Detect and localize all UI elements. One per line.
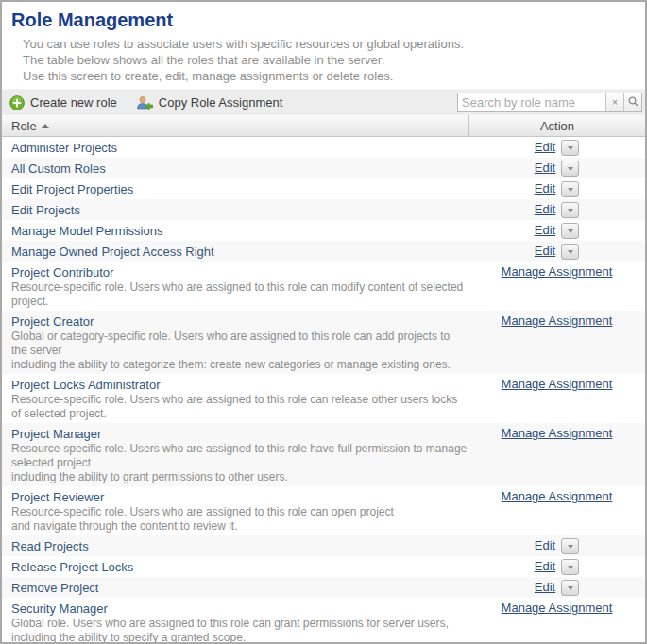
action-cell: Edit <box>468 137 645 158</box>
create-new-role-label: Create new role <box>30 95 117 110</box>
role-management-page: Role Management You can use roles to ass… <box>0 0 647 644</box>
description-line: The table below shows all the roles that… <box>23 52 636 68</box>
role-cell: Remove Project <box>2 577 468 598</box>
edit-dropdown-button[interactable] <box>561 140 579 156</box>
edit-link[interactable]: Edit <box>535 181 555 195</box>
clear-search-button[interactable]: × <box>605 93 623 111</box>
edit-link[interactable]: Edit <box>535 580 555 594</box>
page-description: You can use roles to associate users wit… <box>23 36 636 84</box>
role-column-label: Role <box>11 119 37 133</box>
copy-role-assignment-icon <box>136 95 153 110</box>
edit-link[interactable]: Edit <box>535 202 555 216</box>
action-cell: Edit <box>468 178 645 199</box>
role-name: Manage Model Permissions <box>11 224 162 238</box>
toolbar: Create new role Copy Role Assignment × <box>2 89 645 115</box>
chevron-down-icon <box>568 146 573 150</box>
sort-ascending-icon <box>42 124 49 128</box>
role-name: Project Contributor <box>11 265 113 280</box>
search-input[interactable] <box>458 93 605 111</box>
chevron-down-icon <box>568 586 573 590</box>
table-row: Read ProjectsEdit <box>2 535 645 556</box>
manage-assignment-link[interactable]: Manage Assignment <box>502 377 613 391</box>
action-cell: Edit <box>468 199 645 220</box>
edit-link[interactable]: Edit <box>535 559 555 573</box>
table-row: Project CreatorGlobal or category-specif… <box>2 311 645 374</box>
edit-link[interactable]: Edit <box>535 244 555 258</box>
edit-dropdown-button[interactable] <box>561 538 579 554</box>
table-row: Project ManagerResource-specific role. U… <box>2 423 645 486</box>
table-header: Role Action <box>2 115 645 137</box>
description-line: Use this screen to create, edit, manage … <box>23 68 636 84</box>
action-cell: Edit <box>468 556 645 577</box>
action-cell: Manage Assignment <box>468 374 645 423</box>
manage-assignment-link[interactable]: Manage Assignment <box>502 314 613 328</box>
role-description: Resource-specific role. Users who are as… <box>11 280 468 309</box>
chevron-down-icon <box>568 188 573 192</box>
manage-assignment-link[interactable]: Manage Assignment <box>502 489 613 503</box>
search-button[interactable] <box>623 93 641 111</box>
table-row: Manage Owned Project Access RightEdit <box>2 241 645 262</box>
role-cell: Project ContributorResource-specific rol… <box>2 262 468 311</box>
clear-icon: × <box>612 97 618 108</box>
manage-assignment-link[interactable]: Manage Assignment <box>502 426 613 440</box>
edit-link[interactable]: Edit <box>535 161 555 175</box>
chevron-down-icon <box>568 167 573 171</box>
role-name: Remove Project <box>11 581 98 595</box>
role-cell: Project CreatorGlobal or category-specif… <box>2 311 468 374</box>
role-cell: Project ReviewerResource-specific role. … <box>2 486 468 535</box>
role-cell: Project ManagerResource-specific role. U… <box>2 423 468 486</box>
action-cell: Edit <box>468 577 645 598</box>
table-row: Edit ProjectsEdit <box>2 199 645 220</box>
role-name: Edit Project Properties <box>11 182 133 196</box>
table-row: Project ContributorResource-specific rol… <box>2 262 645 311</box>
edit-dropdown-button[interactable] <box>561 559 579 575</box>
action-cell: Edit <box>468 158 645 178</box>
role-name: Release Project Locks <box>11 560 133 574</box>
action-column-label: Action <box>540 119 574 133</box>
table-row: All Custom RolesEdit <box>2 158 645 178</box>
action-cell: Manage Assignment <box>468 262 645 311</box>
edit-link[interactable]: Edit <box>535 140 555 154</box>
edit-dropdown-button[interactable] <box>561 244 579 260</box>
role-name: All Custom Roles <box>11 161 106 176</box>
role-cell: Read Projects <box>2 535 468 556</box>
column-header-action[interactable]: Action <box>469 115 645 136</box>
action-cell: Edit <box>468 535 645 556</box>
description-line: You can use roles to associate users wit… <box>23 36 636 52</box>
role-cell: Project Locks AdministratorResource-spec… <box>2 374 468 423</box>
page-header: Role Management You can use roles to ass… <box>2 2 645 89</box>
table-row: Remove ProjectEdit <box>2 577 645 598</box>
manage-assignment-link[interactable]: Manage Assignment <box>502 264 613 279</box>
edit-dropdown-button[interactable] <box>561 161 579 177</box>
action-cell: Manage Assignment <box>468 486 645 535</box>
role-cell: Release Project Locks <box>2 556 468 577</box>
edit-dropdown-button[interactable] <box>561 580 579 596</box>
manage-assignment-link[interactable]: Manage Assignment <box>502 601 613 615</box>
edit-dropdown-button[interactable] <box>561 181 579 197</box>
role-description: Global role. Users who are assigned to t… <box>11 617 468 642</box>
role-name: Project Creator <box>11 314 94 329</box>
search-icon <box>628 96 638 109</box>
edit-dropdown-button[interactable] <box>561 202 579 218</box>
table-row: Administer ProjectsEdit <box>2 137 645 158</box>
create-new-role-button[interactable]: Create new role <box>9 95 117 110</box>
copy-role-assignment-button[interactable]: Copy Role Assignment <box>136 95 283 110</box>
edit-link[interactable]: Edit <box>535 223 555 237</box>
role-name: Edit Projects <box>11 203 80 217</box>
table-row: Security ManagerGlobal role. Users who a… <box>2 598 645 642</box>
table-row: Release Project LocksEdit <box>2 556 645 577</box>
role-name: Project Reviewer <box>11 490 104 504</box>
role-description: Resource-specific role. Users who are as… <box>11 442 468 484</box>
table-row: Project ReviewerResource-specific role. … <box>2 486 645 535</box>
column-header-role[interactable]: Role <box>2 115 469 136</box>
chevron-down-icon <box>568 545 573 549</box>
edit-link[interactable]: Edit <box>535 538 555 552</box>
role-name: Project Locks Administrator <box>11 378 161 392</box>
edit-dropdown-button[interactable] <box>561 223 579 239</box>
role-name: Administer Projects <box>11 141 117 155</box>
add-icon <box>9 95 25 110</box>
copy-role-assignment-label: Copy Role Assignment <box>159 95 283 110</box>
role-cell: Edit Projects <box>2 199 468 220</box>
role-description: Resource-specific role. Users who are as… <box>11 505 468 534</box>
action-cell: Manage Assignment <box>468 423 645 486</box>
